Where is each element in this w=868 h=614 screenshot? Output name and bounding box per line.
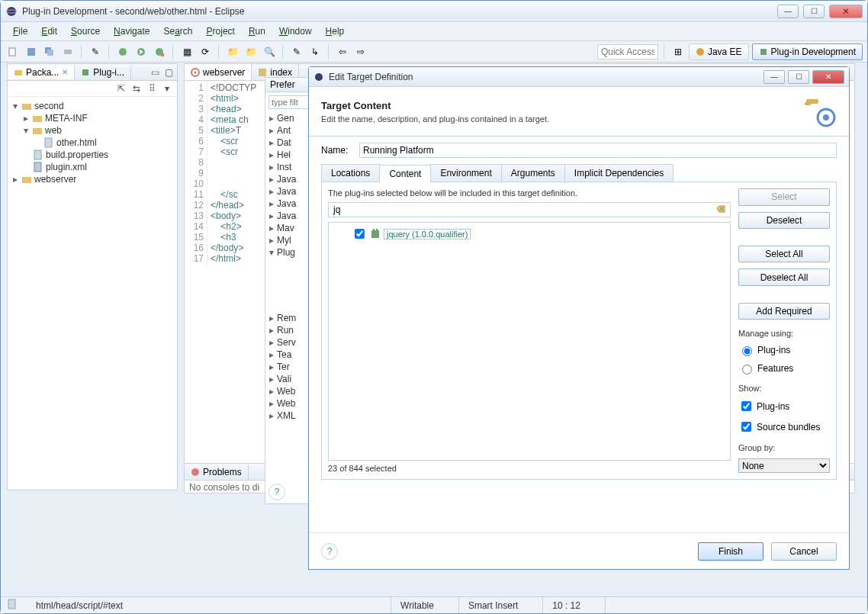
- tree-other-html[interactable]: other.html: [9, 137, 175, 149]
- group-by-select[interactable]: None: [738, 458, 830, 473]
- svg-rect-20: [34, 150, 41, 159]
- tree-web[interactable]: ▾web: [9, 124, 175, 137]
- deselect-button[interactable]: Deselect: [738, 212, 830, 230]
- tree-build-properties[interactable]: build.properties: [9, 149, 175, 161]
- tab-close-icon[interactable]: ✕: [62, 68, 68, 76]
- perspective-plugin-dev[interactable]: Plug-in Development: [752, 43, 863, 60]
- preferences-filter[interactable]: [268, 95, 314, 109]
- menu-window[interactable]: Window: [273, 24, 318, 38]
- cancel-button[interactable]: Cancel: [771, 542, 837, 561]
- menu-run[interactable]: Run: [243, 24, 272, 38]
- filter-icon[interactable]: ⠿: [146, 83, 157, 94]
- editor-tab-webserver[interactable]: webserver: [185, 64, 252, 80]
- dialog-help-icon[interactable]: ?: [321, 543, 338, 560]
- name-label: Name:: [321, 145, 352, 156]
- tab-arguments[interactable]: Arguments: [501, 164, 565, 182]
- svg-rect-37: [8, 600, 15, 609]
- back-button[interactable]: ⇦: [335, 44, 350, 59]
- svg-rect-3: [27, 48, 35, 56]
- menu-edit[interactable]: Edit: [35, 24, 63, 38]
- plugin-list[interactable]: jquery (1.0.0.qualifier): [328, 222, 731, 461]
- save-button[interactable]: [24, 44, 39, 59]
- open-perspective-button[interactable]: ⊞: [670, 44, 686, 59]
- package-icon: [14, 68, 23, 77]
- menu-source[interactable]: Source: [65, 24, 106, 38]
- status-cursor: 10 : 12: [542, 597, 590, 613]
- finish-button[interactable]: Finish: [698, 542, 764, 561]
- plugin-filter: [328, 202, 731, 217]
- run-button[interactable]: [133, 44, 149, 59]
- new-plugin-button[interactable]: ▦: [179, 44, 194, 59]
- window-title: Plug-in Development - second/web/other.h…: [22, 6, 777, 17]
- plugin-desc: The plug-ins selected below will be incl…: [328, 188, 731, 198]
- dialog-titlebar: Edit Target Definition — ☐ ✕: [309, 67, 849, 87]
- help-icon[interactable]: ?: [268, 484, 285, 500]
- open-task-button[interactable]: 📁: [243, 44, 259, 59]
- collapse-all-icon[interactable]: ⇱: [116, 83, 127, 94]
- svg-rect-17: [33, 116, 42, 122]
- search-button[interactable]: 🔍: [262, 44, 277, 59]
- quick-access-input[interactable]: [597, 44, 658, 59]
- next-annotation-button[interactable]: ↳: [307, 44, 323, 59]
- name-input[interactable]: [359, 143, 837, 158]
- forward-button[interactable]: ⇨: [353, 44, 368, 59]
- tab-environment[interactable]: Environment: [430, 164, 501, 182]
- checkbox-show-source[interactable]: [741, 422, 751, 432]
- perspective-javaee[interactable]: Java EE: [689, 43, 749, 60]
- run-ext-button[interactable]: [152, 44, 167, 59]
- tab-content[interactable]: Content: [379, 165, 431, 182]
- group-by-label: Group by:: [738, 443, 830, 452]
- tree-metainf[interactable]: ▸META-INF: [9, 112, 175, 124]
- menu-search[interactable]: Search: [157, 24, 198, 38]
- tab-plugins[interactable]: Plug-i...: [75, 66, 131, 79]
- minimize-view-icon[interactable]: ▭: [149, 67, 160, 78]
- new-button[interactable]: [5, 44, 21, 59]
- dialog-maximize-button[interactable]: ☐: [788, 70, 809, 84]
- minimize-button[interactable]: —: [777, 5, 799, 18]
- debug-button[interactable]: [115, 44, 130, 59]
- svg-rect-18: [33, 128, 42, 134]
- menubar: File Edit Source Navigate Search Project…: [1, 22, 867, 41]
- select-button[interactable]: Select: [738, 188, 830, 206]
- menu-help[interactable]: Help: [320, 24, 351, 38]
- radio-plugins[interactable]: [742, 346, 752, 356]
- maximize-button[interactable]: ☐: [803, 5, 825, 18]
- print-button[interactable]: [60, 44, 76, 59]
- select-all-button[interactable]: Select All: [738, 246, 830, 263]
- view-menu-icon[interactable]: ▾: [162, 83, 172, 94]
- tree-project-second[interactable]: ▾second: [9, 100, 175, 112]
- checkbox-show-plugins[interactable]: [741, 401, 751, 411]
- open-type-button[interactable]: 📁: [225, 44, 240, 59]
- link-editor-icon[interactable]: ⇆: [131, 83, 142, 94]
- tree-project-webserver[interactable]: ▸webserver: [9, 173, 175, 185]
- dialog-close-button[interactable]: ✕: [812, 70, 844, 84]
- editor-code[interactable]: <!DOCTYP<html><head><meta ch<title>T <sc…: [207, 81, 259, 265]
- show-label: Show:: [738, 384, 830, 393]
- os-buttons: — ☐ ✕: [777, 5, 863, 18]
- close-button[interactable]: ✕: [829, 5, 863, 18]
- tab-problems[interactable]: Problems: [185, 465, 249, 479]
- plugin-filter-input[interactable]: [332, 204, 716, 216]
- dialog-minimize-button[interactable]: —: [764, 70, 785, 84]
- eclipse-icon: [5, 5, 18, 18]
- tab-implicit-deps[interactable]: Implicit Dependencies: [564, 164, 674, 182]
- wand-icon[interactable]: ✎: [88, 44, 103, 59]
- menu-file[interactable]: File: [7, 24, 34, 38]
- radio-plugins-label: Plug-ins: [757, 345, 790, 355]
- menu-navigate[interactable]: Navigate: [108, 24, 156, 38]
- tree-plugin-xml[interactable]: plugin.xml: [9, 161, 175, 173]
- svg-rect-15: [82, 69, 88, 76]
- add-required-button[interactable]: Add Required: [738, 303, 830, 320]
- maximize-view-icon[interactable]: ▢: [163, 67, 174, 78]
- deselect-all-button[interactable]: Deselect All: [738, 268, 830, 286]
- plugin-row-jquery[interactable]: jquery (1.0.0.qualifier): [332, 226, 727, 242]
- history-button[interactable]: ⟳: [198, 44, 213, 59]
- tab-locations[interactable]: Locations: [321, 164, 380, 182]
- tab-package-explorer[interactable]: Packa... ✕: [8, 66, 75, 79]
- plugin-checkbox[interactable]: [355, 229, 365, 239]
- radio-features[interactable]: [742, 365, 752, 375]
- save-all-button[interactable]: [42, 44, 57, 59]
- clear-filter-icon[interactable]: [716, 204, 727, 215]
- annotation-button[interactable]: ✎: [289, 44, 304, 59]
- menu-project[interactable]: Project: [201, 24, 241, 38]
